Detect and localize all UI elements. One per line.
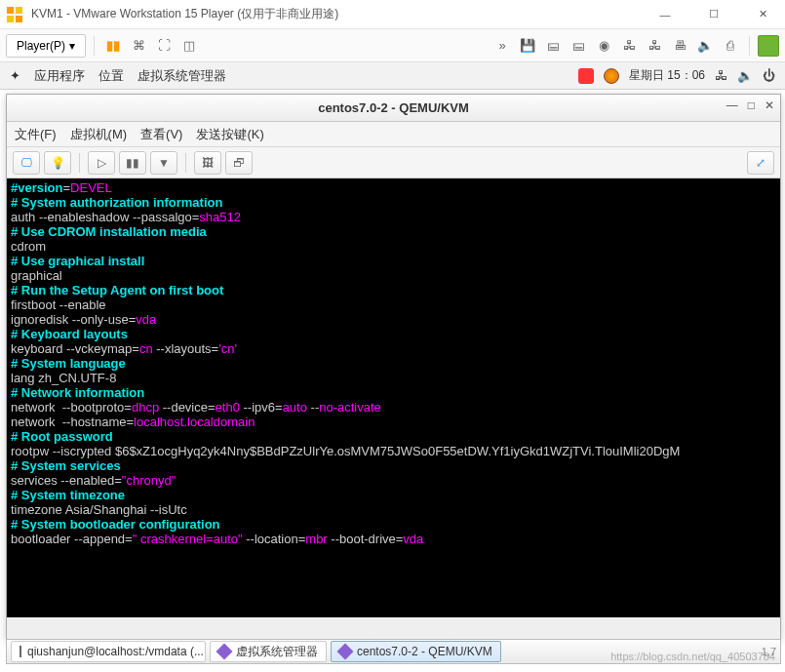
- sound-icon[interactable]: 🔈: [694, 35, 716, 57]
- task-qemu[interactable]: centos7.0-2 - QEMU/KVM: [331, 641, 501, 662]
- screenshot-button[interactable]: 🗗: [225, 151, 253, 175]
- menu-vm[interactable]: 虚拟机(M): [70, 126, 128, 143]
- gnome-top-bar: ✦ 应用程序 位置 虚拟系统管理器 星期日 15：06 🖧 🔈 ⏻: [0, 62, 785, 90]
- separator: [749, 36, 750, 56]
- snapshot-button[interactable]: 🖽: [194, 151, 221, 175]
- svg-rect-0: [7, 7, 14, 14]
- power-icon[interactable]: ⏻: [763, 68, 775, 83]
- separator: [94, 36, 95, 56]
- shutdown-button[interactable]: ▼: [150, 151, 177, 175]
- virt-viewer-icon: [337, 644, 354, 660]
- virt-manager-icon: [216, 644, 233, 660]
- qemu-menubar: 文件(F) 虚拟机(M) 查看(V) 发送按键(K): [7, 122, 780, 147]
- task-virt-manager[interactable]: 虚拟系统管理器: [210, 641, 327, 662]
- guest-terminal[interactable]: #version=DEVEL# System authorization inf…: [7, 178, 780, 617]
- qemu-maximize-button[interactable]: □: [748, 99, 755, 112]
- menu-sendkey[interactable]: 发送按键(K): [196, 126, 263, 143]
- printer-icon[interactable]: 🖶: [669, 35, 690, 57]
- vmware-tools-button[interactable]: [758, 35, 779, 57]
- pause-button[interactable]: ▮▮: [119, 151, 146, 175]
- console-button[interactable]: 🖵: [13, 151, 40, 175]
- details-button[interactable]: 💡: [44, 151, 71, 175]
- floppy-icon[interactable]: 💾: [517, 35, 538, 57]
- run-button[interactable]: ▷: [88, 151, 115, 175]
- updates-icon[interactable]: [604, 68, 619, 84]
- volume-icon[interactable]: 🔈: [737, 68, 753, 83]
- unity-icon[interactable]: ◫: [178, 35, 200, 57]
- connect-icon[interactable]: »: [491, 35, 513, 57]
- menu-view[interactable]: 查看(V): [140, 126, 182, 143]
- chevron-down-icon: ▾: [69, 39, 75, 53]
- svg-rect-2: [7, 16, 14, 22]
- vmware-toolbar: Player(P) ▾ ▮▮ ⌘ ⛶ ◫ » 💾 🖴 🖴 ◉ 🖧 🖧 🖶 🔈 ⎙: [0, 29, 785, 62]
- separator: [79, 153, 80, 173]
- qemu-window-title: centos7.0-2 - QEMU/KVM: [318, 100, 469, 115]
- maximize-button[interactable]: ☐: [697, 4, 730, 25]
- player-menu-button[interactable]: Player(P) ▾: [6, 34, 86, 58]
- vmware-logo-icon: [6, 6, 23, 23]
- virt-manager-title[interactable]: 虚拟系统管理器: [137, 67, 226, 85]
- crash-notify-icon[interactable]: [578, 68, 594, 84]
- fullscreen-toggle-button[interactable]: ⤢: [747, 151, 774, 175]
- usb-icon[interactable]: ⎙: [720, 35, 741, 57]
- hdd2-icon[interactable]: 🖴: [568, 35, 589, 57]
- places-menu[interactable]: 位置: [98, 67, 124, 85]
- qemu-window: centos7.0-2 - QEMU/KVM — □ ✕ 文件(F) 虚拟机(M…: [6, 94, 781, 640]
- close-button[interactable]: ✕: [746, 4, 779, 25]
- nic2-icon[interactable]: 🖧: [644, 35, 665, 57]
- hdd-icon[interactable]: 🖴: [542, 35, 564, 57]
- vmware-window-title: KVM1 - VMware Workstation 15 Player (仅用于…: [31, 6, 648, 22]
- vmware-titlebar: KVM1 - VMware Workstation 15 Player (仅用于…: [0, 0, 785, 29]
- window-controls: — ☐ ✕: [648, 4, 779, 25]
- qemu-close-button[interactable]: ✕: [765, 99, 774, 112]
- qemu-minimize-button[interactable]: —: [726, 99, 738, 112]
- clock[interactable]: 星期日 15：06: [629, 67, 705, 84]
- task-terminal[interactable]: qiushanjun@localhost:/vmdata (...: [11, 641, 206, 662]
- cd-icon[interactable]: ◉: [593, 35, 614, 57]
- pause-icon[interactable]: ▮▮: [102, 35, 124, 57]
- gnome-taskbar: qiushanjun@localhost:/vmdata (... 虚拟系统管理…: [6, 639, 781, 664]
- gnome-apps-icon: ✦: [10, 68, 20, 83]
- network-icon[interactable]: 🖧: [618, 35, 640, 57]
- menu-file[interactable]: 文件(F): [15, 126, 57, 143]
- qemu-toolbar: 🖵 💡 ▷ ▮▮ ▼ 🖽 🗗 ⤢: [7, 147, 780, 178]
- fullscreen-icon[interactable]: ⛶: [153, 35, 175, 57]
- qemu-titlebar: centos7.0-2 - QEMU/KVM — □ ✕: [7, 95, 780, 122]
- minimize-button[interactable]: —: [648, 4, 682, 25]
- applications-menu[interactable]: 应用程序: [34, 67, 85, 85]
- svg-rect-3: [16, 16, 22, 22]
- network-status-icon[interactable]: 🖧: [715, 68, 727, 83]
- svg-rect-1: [16, 7, 22, 14]
- terminal-icon: [20, 646, 21, 657]
- send-ctrl-alt-del-icon[interactable]: ⌘: [128, 35, 149, 57]
- pager: 1,7: [762, 646, 776, 657]
- separator: [185, 153, 186, 173]
